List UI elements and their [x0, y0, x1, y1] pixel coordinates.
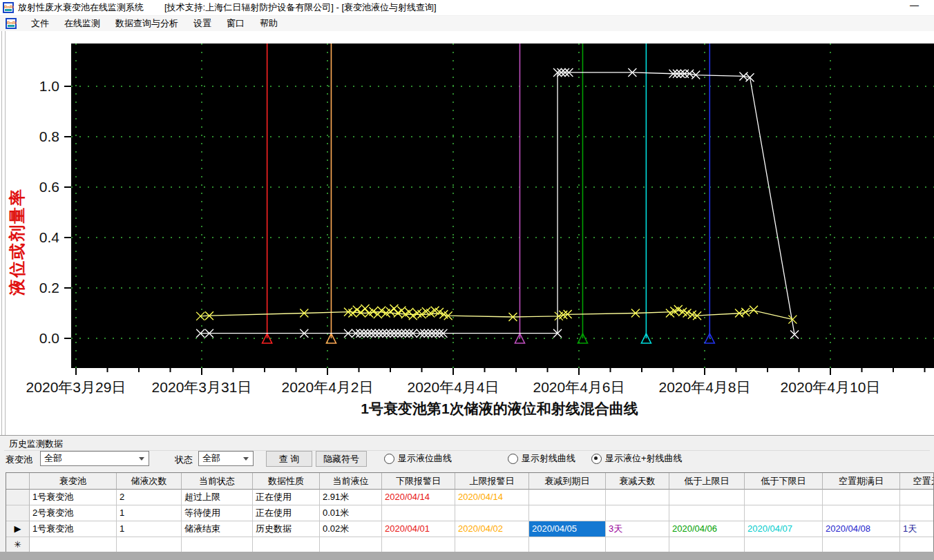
- cell-空置期满日[interactable]: [823, 490, 900, 505]
- radio-icon[interactable]: [508, 454, 518, 464]
- cell-低于上限日[interactable]: 2020/04/06: [669, 521, 745, 537]
- table-row[interactable]: ▶1号衰变池1储液结束历史数据0.02米2020/04/012020/04/02…: [6, 521, 933, 537]
- status-filter-label: 状态: [175, 454, 193, 466]
- cell-当前液位[interactable]: [320, 537, 382, 553]
- cell-空置期满日[interactable]: [823, 537, 900, 553]
- cell-储液次数[interactable]: 1: [117, 521, 182, 537]
- cell-空置期满日[interactable]: 2020/04/08: [823, 521, 900, 537]
- cell-空置期满日[interactable]: [823, 505, 900, 521]
- column-header-储液次数[interactable]: 储液次数: [117, 473, 182, 490]
- radio-label: 显示液位+射线曲线: [605, 452, 683, 465]
- cell-数据性质[interactable]: [253, 537, 320, 553]
- radio-option-3[interactable]: 显示液位+射线曲线: [591, 452, 683, 465]
- cell-储液次数[interactable]: 1: [117, 505, 182, 521]
- menu-item-1[interactable]: 文件: [23, 16, 57, 31]
- cell-衰减到期日[interactable]: 2020/04/05: [529, 521, 606, 537]
- hide-symbols-button[interactable]: 隐藏符号: [316, 451, 367, 467]
- row-selector-cell[interactable]: [6, 505, 30, 521]
- cell-数据性质[interactable]: 正在使用: [253, 490, 320, 505]
- cell-低于下限日[interactable]: 2020/04/07: [745, 521, 823, 537]
- cell-低于上限日[interactable]: [669, 537, 745, 553]
- query-button[interactable]: 查 询: [266, 451, 312, 467]
- cell-空置天数[interactable]: [900, 505, 934, 521]
- cell-衰变池[interactable]: [30, 537, 117, 553]
- chart-title: 1号衰变池第1次储液的液位和射线混合曲线: [71, 399, 928, 418]
- cell-低于上限日[interactable]: [669, 505, 745, 521]
- cell-衰变池[interactable]: 2号衰变池: [30, 505, 117, 521]
- radio-option-1[interactable]: 显示液位曲线: [384, 452, 452, 465]
- table-row[interactable]: 1号衰变池2超过上限正在使用2.91米2020/04/142020/04/14: [6, 490, 933, 505]
- cell-上限报警日[interactable]: 2020/04/14: [455, 490, 529, 505]
- y-tick-label: 0.0: [18, 329, 59, 347]
- column-header-当前液位[interactable]: 当前液位: [320, 473, 382, 490]
- column-header-上限报警日[interactable]: 上限报警日: [455, 473, 529, 490]
- cell-衰减到期日[interactable]: [529, 505, 606, 521]
- chevron-down-icon: [243, 457, 249, 461]
- cell-当前液位[interactable]: 0.01米: [320, 505, 382, 521]
- cell-衰减天数[interactable]: [606, 490, 669, 505]
- cell-上限报警日[interactable]: [455, 537, 529, 553]
- row-selector-cell[interactable]: [6, 490, 30, 505]
- cell-下限报警日[interactable]: 2020/04/01: [382, 521, 455, 537]
- cell-当前状态[interactable]: 超过上限: [182, 490, 253, 505]
- cell-下限报警日[interactable]: [382, 537, 455, 553]
- cell-空置天数[interactable]: [900, 537, 934, 553]
- grid-header-row: 衰变池储液次数当前状态数据性质当前液位下限报警日上限报警日衰减到期日衰减天数低于…: [6, 473, 933, 490]
- cell-空置天数[interactable]: 1天: [900, 521, 934, 537]
- mdi-child-icon[interactable]: [6, 18, 17, 29]
- column-header-低于上限日[interactable]: 低于上限日: [669, 473, 745, 490]
- cell-衰减天数[interactable]: 3天: [606, 521, 669, 537]
- cell-低于下限日[interactable]: [745, 490, 823, 505]
- cell-衰减天数[interactable]: [606, 537, 669, 553]
- cell-低于下限日[interactable]: [745, 505, 823, 521]
- column-header-空置期满日[interactable]: 空置期满日: [823, 473, 900, 490]
- radio-selected-icon[interactable]: [591, 454, 602, 464]
- menu-item-4[interactable]: 设置: [186, 16, 219, 31]
- menu-item-2[interactable]: 在线监测: [57, 16, 108, 31]
- table-row[interactable]: 2号衰变池1等待使用正在使用0.01米: [6, 505, 933, 521]
- column-header-数据性质[interactable]: 数据性质: [253, 473, 320, 490]
- column-header-衰减到期日[interactable]: 衰减到期日: [529, 473, 606, 490]
- x-tick-label: 2020年3月29日: [3, 378, 149, 397]
- menu-item-6[interactable]: 帮助: [252, 16, 285, 31]
- cell-衰变池[interactable]: 1号衰变池: [30, 521, 117, 537]
- column-header-空置天数[interactable]: 空置天数: [900, 473, 934, 490]
- status-filter-combobox[interactable]: 全部: [198, 451, 254, 466]
- pool-filter-combobox[interactable]: 全部: [40, 451, 149, 466]
- cell-当前液位[interactable]: 2.91米: [320, 490, 382, 505]
- cell-下限报警日[interactable]: 2020/04/14: [382, 490, 455, 505]
- cell-上限报警日[interactable]: [455, 505, 529, 521]
- cell-数据性质[interactable]: 正在使用: [253, 505, 320, 521]
- cell-当前状态[interactable]: [182, 537, 253, 553]
- column-header-衰减天数[interactable]: 衰减天数: [606, 473, 669, 490]
- cell-衰减到期日[interactable]: [529, 537, 606, 553]
- cell-衰变池[interactable]: 1号衰变池: [30, 490, 117, 505]
- cell-储液次数[interactable]: [117, 537, 182, 553]
- minimize-icon[interactable]: —: [910, 0, 919, 10]
- cell-当前状态[interactable]: 储液结束: [182, 521, 253, 537]
- row-selector-current-icon[interactable]: ▶: [6, 521, 30, 537]
- row-selector-new-icon[interactable]: ✳: [6, 537, 30, 553]
- cell-上限报警日[interactable]: 2020/04/02: [455, 521, 529, 537]
- cell-低于上限日[interactable]: [669, 490, 745, 505]
- cell-数据性质[interactable]: 历史数据: [253, 521, 320, 537]
- radio-option-2[interactable]: 显示射线曲线: [508, 452, 575, 465]
- cell-衰减到期日[interactable]: [529, 490, 606, 505]
- cell-当前状态[interactable]: 等待使用: [182, 505, 253, 521]
- column-header-下限报警日[interactable]: 下限报警日: [382, 473, 455, 490]
- cell-当前液位[interactable]: 0.02米: [320, 521, 382, 537]
- menu-item-3[interactable]: 数据查询与分析: [108, 16, 186, 31]
- column-header-低于下限日[interactable]: 低于下限日: [745, 473, 823, 490]
- column-header-衰变池[interactable]: 衰变池: [30, 473, 117, 490]
- table-row[interactable]: ✳: [6, 537, 933, 553]
- column-header-当前状态[interactable]: 当前状态: [182, 473, 253, 490]
- y-tick-label: 0.4: [18, 229, 59, 247]
- cell-下限报警日[interactable]: [382, 505, 455, 521]
- cell-空置天数[interactable]: [900, 490, 934, 505]
- chart-plot[interactable]: [62, 44, 934, 378]
- radio-icon[interactable]: [384, 454, 394, 464]
- cell-储液次数[interactable]: 2: [117, 490, 182, 505]
- menu-item-5[interactable]: 窗口: [219, 16, 252, 31]
- cell-低于下限日[interactable]: [745, 537, 823, 553]
- cell-衰减天数[interactable]: [606, 505, 669, 521]
